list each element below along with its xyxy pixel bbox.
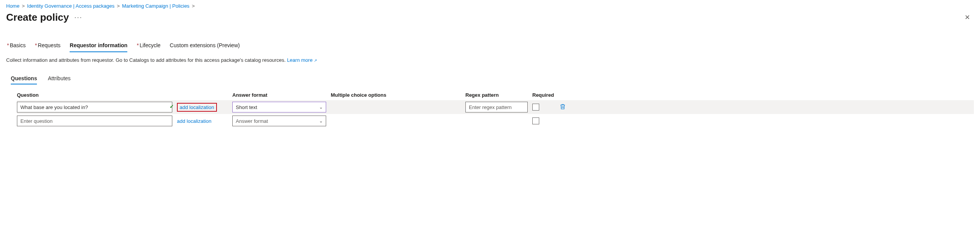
- col-question: Question: [17, 92, 177, 98]
- answer-format-value: Short text: [236, 104, 257, 110]
- tab-custom-ext-label: Custom extensions (Preview): [170, 42, 240, 48]
- breadcrumb-campaign[interactable]: Marketing Campaign | Policies: [122, 3, 189, 9]
- breadcrumb: Home > Identity Governance | Access pack…: [6, 3, 974, 9]
- valid-check-icon: ✓: [170, 104, 174, 109]
- required-checkbox[interactable]: [532, 104, 539, 111]
- chevron-down-icon: ⌄: [319, 119, 323, 124]
- col-mc-options: Multiple choice options: [331, 92, 465, 98]
- close-button[interactable]: ✕: [961, 11, 974, 24]
- tab-lifecycle[interactable]: *Lifecycle: [137, 41, 160, 52]
- col-regex: Regex pattern: [465, 92, 532, 98]
- page-title: Create policy: [6, 12, 69, 23]
- required-checkbox[interactable]: [532, 117, 539, 124]
- intro-text: Collect information and attributes from …: [6, 57, 974, 63]
- regex-input[interactable]: [465, 102, 528, 112]
- breadcrumb-home[interactable]: Home: [6, 3, 20, 9]
- subtab-attributes[interactable]: Attributes: [48, 74, 70, 84]
- breadcrumb-sep: >: [22, 3, 25, 9]
- tab-requestor-info-label: Requestor information: [70, 42, 127, 48]
- intro-text-content: Collect information and attributes from …: [6, 57, 287, 63]
- question-input[interactable]: [17, 116, 172, 126]
- chevron-down-icon: ⌄: [319, 105, 323, 110]
- tab-basics[interactable]: *Basics: [7, 41, 26, 52]
- answer-format-value: Answer format: [236, 118, 268, 124]
- learn-more-link[interactable]: Learn more: [287, 57, 317, 63]
- breadcrumb-sep: >: [192, 3, 195, 9]
- tab-requests-label: Requests: [38, 42, 60, 48]
- more-actions-button[interactable]: ···: [74, 13, 82, 21]
- tab-requestor-info[interactable]: Requestor information: [70, 41, 127, 52]
- breadcrumb-governance[interactable]: Identity Governance | Access packages: [27, 3, 114, 9]
- tab-basics-label: Basics: [10, 42, 25, 48]
- add-localization-link[interactable]: add localization: [177, 103, 217, 112]
- answer-format-select[interactable]: Answer format ⌄: [232, 116, 326, 126]
- answer-format-select[interactable]: Short text ⌄: [232, 102, 326, 112]
- col-required: Required: [532, 92, 559, 98]
- add-localization-link[interactable]: add localization: [177, 118, 212, 124]
- question-input[interactable]: [17, 102, 172, 112]
- subtab-questions[interactable]: Questions: [11, 74, 37, 84]
- sub-tabs: Questions Attributes: [6, 74, 974, 84]
- main-tabs: *Basics *Requests Requestor information …: [6, 41, 974, 53]
- tab-requests[interactable]: *Requests: [35, 41, 61, 52]
- questions-header-row: Question Answer format Multiple choice o…: [17, 90, 974, 100]
- delete-row-button[interactable]: [559, 106, 566, 111]
- trash-icon: [559, 103, 566, 110]
- breadcrumb-sep: >: [117, 3, 120, 9]
- tab-custom-extensions[interactable]: Custom extensions (Preview): [170, 41, 240, 52]
- col-answer-format: Answer format: [232, 92, 331, 98]
- tab-lifecycle-label: Lifecycle: [140, 42, 160, 48]
- question-row: ✓ add localization Short text ⌄: [17, 100, 974, 114]
- question-row: add localization Answer format ⌄: [17, 114, 974, 128]
